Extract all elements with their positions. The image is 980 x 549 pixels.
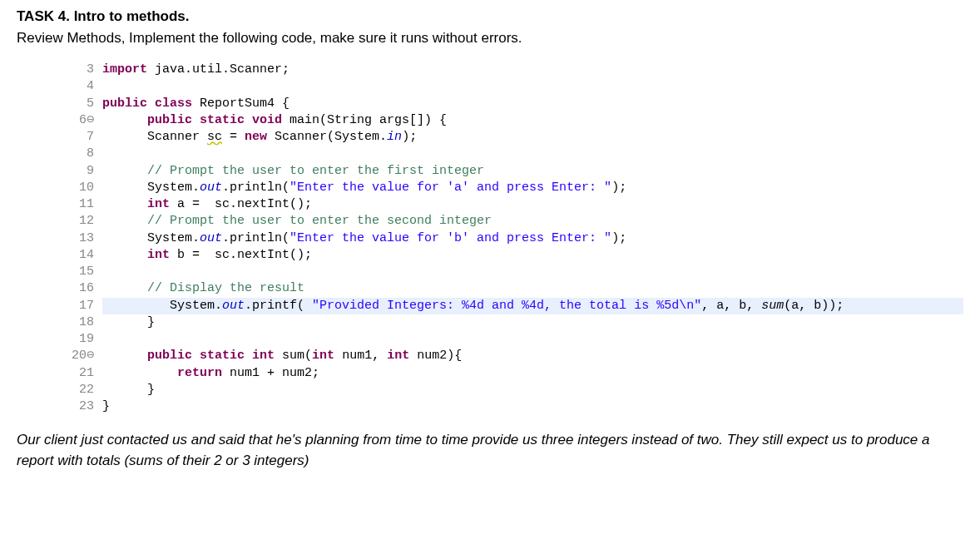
code-line: 12 // Prompt the user to enter the secon… xyxy=(62,213,963,230)
code-line: 19 xyxy=(62,331,963,348)
code-line: 14 int b = sc.nextInt(); xyxy=(62,247,963,264)
gutter-number: 6⊖ xyxy=(62,112,102,129)
gutter-number: 19 xyxy=(62,331,102,348)
code-line: 16 // Display the result xyxy=(62,280,963,297)
code-line: 20⊖ public static int sum(int num1, int … xyxy=(62,348,963,364)
code-line: 5public class ReportSum4 { xyxy=(62,96,963,112)
code-content: // Prompt the user to enter the second i… xyxy=(102,213,963,230)
code-content: // Display the result xyxy=(102,280,963,297)
gutter-number: 22 xyxy=(62,382,102,398)
gutter-number: 14 xyxy=(62,247,102,264)
code-line: 4 xyxy=(62,78,963,95)
code-content xyxy=(102,264,963,280)
gutter-number: 17 xyxy=(62,298,102,314)
code-content xyxy=(102,146,963,162)
code-line: 3import java.util.Scanner; xyxy=(62,62,963,78)
code-line: 17 System.out.printf( "Provided Integers… xyxy=(62,298,963,314)
code-content: Scanner sc = new Scanner(System.in); xyxy=(102,129,963,146)
code-content: import java.util.Scanner; xyxy=(102,62,963,78)
gutter-number: 21 xyxy=(62,365,102,382)
code-line: 13 System.out.println("Enter the value f… xyxy=(62,230,963,247)
gutter-number: 9 xyxy=(62,163,102,180)
gutter-number: 3 xyxy=(62,62,102,78)
gutter-number: 4 xyxy=(62,78,102,95)
code-content: int a = sc.nextInt(); xyxy=(102,196,963,213)
gutter-number: 7 xyxy=(62,129,102,146)
code-line: 22 } xyxy=(62,382,963,398)
code-content xyxy=(102,78,963,95)
footer-note: Our client just contacted us and said th… xyxy=(17,430,963,471)
code-content: public class ReportSum4 { xyxy=(102,96,963,112)
gutter-number: 5 xyxy=(62,96,102,112)
code-content: } xyxy=(102,398,963,415)
gutter-number: 8 xyxy=(62,146,102,162)
code-line: 11 int a = sc.nextInt(); xyxy=(62,196,963,213)
code-line: 10 System.out.println("Enter the value f… xyxy=(62,180,963,196)
task-title: TASK 4. Intro to methods. xyxy=(17,8,963,25)
code-content xyxy=(102,331,963,348)
gutter-number: 10 xyxy=(62,180,102,196)
code-line: 9 // Prompt the user to enter the first … xyxy=(62,163,963,180)
code-line: 7 Scanner sc = new Scanner(System.in); xyxy=(62,129,963,146)
gutter-number: 15 xyxy=(62,264,102,280)
code-line: 15 xyxy=(62,264,963,280)
code-line: 8 xyxy=(62,146,963,162)
gutter-number: 11 xyxy=(62,196,102,213)
code-content: return num1 + num2; xyxy=(102,365,963,382)
gutter-number: 16 xyxy=(62,280,102,297)
code-content: System.out.println("Enter the value for … xyxy=(102,180,963,196)
code-content: } xyxy=(102,314,963,331)
code-content: System.out.println("Enter the value for … xyxy=(102,230,963,247)
code-content: } xyxy=(102,382,963,398)
code-content: System.out.printf( "Provided Integers: %… xyxy=(102,298,963,314)
code-content: int b = sc.nextInt(); xyxy=(102,247,963,264)
gutter-number: 13 xyxy=(62,230,102,247)
gutter-number: 23 xyxy=(62,398,102,415)
code-content: public static void main(String args[]) { xyxy=(102,112,963,129)
gutter-number: 12 xyxy=(62,213,102,230)
code-line: 6⊖ public static void main(String args[]… xyxy=(62,112,963,129)
code-block: 3import java.util.Scanner;4 5public clas… xyxy=(62,62,963,415)
code-line: 18 } xyxy=(62,314,963,331)
code-line: 21 return num1 + num2; xyxy=(62,365,963,382)
task-description: Review Methods, Implement the following … xyxy=(17,30,963,47)
code-line: 23} xyxy=(62,398,963,415)
gutter-number: 20⊖ xyxy=(62,348,102,364)
gutter-number: 18 xyxy=(62,314,102,331)
code-content: public static int sum(int num1, int num2… xyxy=(102,348,963,364)
code-content: // Prompt the user to enter the first in… xyxy=(102,163,963,180)
